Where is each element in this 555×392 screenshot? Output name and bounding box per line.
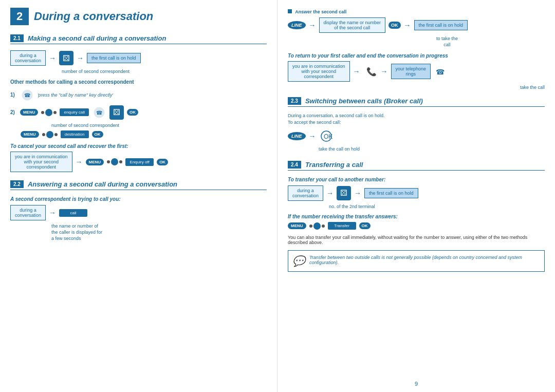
return-label: To return to your first caller and end t… bbox=[288, 53, 545, 59]
call-input: call bbox=[59, 209, 87, 217]
arrow-r3: → bbox=[353, 67, 360, 76]
menu-icon-3: MENU bbox=[86, 159, 104, 165]
title-text: During a conversation bbox=[34, 10, 153, 23]
transfer-num-label: To transfer your call to another number: bbox=[288, 177, 545, 182]
dice-icon-1: ⚄ bbox=[59, 51, 73, 65]
step2-row: 2) MENU enquiry call ☎ ⚄ OK bbox=[10, 105, 267, 120]
flow-box-hold: the first call is on hold bbox=[87, 53, 141, 63]
section-21-num: 2.1 bbox=[10, 34, 24, 42]
section-23-header: 2.3 Switching between calls (Broker call… bbox=[288, 97, 545, 107]
cancel-label: To cancel your second call and recover t… bbox=[10, 143, 267, 149]
take-call-label: to take the call bbox=[349, 36, 545, 48]
svg-text:☎: ☎ bbox=[96, 110, 102, 116]
destination-input: destination bbox=[61, 130, 89, 138]
section-22-title: Answering a second call during a convers… bbox=[28, 180, 177, 188]
flow-21-main: during a conversation → ⚄ → the first ca… bbox=[10, 50, 267, 66]
also-text: You can also transfer your call immediat… bbox=[288, 235, 545, 245]
transfer-box1: during a conversation bbox=[288, 185, 323, 201]
svg-text:☎: ☎ bbox=[24, 92, 30, 98]
take-call2-label: take the call bbox=[288, 85, 545, 91]
nav-icon-1 bbox=[41, 109, 57, 116]
flow-box-conversation: during a conversation bbox=[10, 50, 46, 66]
section-21-header: 2.1 Making a second call during a conver… bbox=[10, 34, 267, 44]
broker-flow: LINE → OK bbox=[288, 129, 545, 143]
cancel-flow: you are in communication with your secon… bbox=[10, 152, 267, 172]
step1-label: 'press the "call by name" key directly' bbox=[38, 92, 113, 98]
section-23: 2.3 Switching between calls (Broker call… bbox=[288, 97, 545, 153]
flow-22: during a conversation → call bbox=[10, 205, 267, 220]
cancel-section: To cancel your second call and recover t… bbox=[10, 143, 267, 172]
phone-icon-b1: OK bbox=[319, 129, 334, 143]
section-22: 2.2 Answering a second call during a con… bbox=[10, 180, 267, 241]
section-24-header: 2.4 Transferring a call bbox=[288, 161, 545, 171]
section-22-num: 2.2 bbox=[10, 180, 24, 188]
step2-row2: MENU destination OK bbox=[21, 130, 267, 138]
step1-row: 1) ☎ 'press the "call by name" key direc… bbox=[10, 88, 267, 102]
transfer-hold-box: the first call is on hold bbox=[364, 188, 418, 198]
svg-text:📞: 📞 bbox=[366, 67, 376, 77]
page-number: 9 bbox=[415, 381, 418, 387]
arrow-t2: → bbox=[354, 189, 361, 197]
title-number: 2 bbox=[10, 8, 29, 25]
arrow-t1: → bbox=[326, 189, 334, 197]
phone-icon-r2: ☎ bbox=[434, 64, 448, 79]
arrow-b1: → bbox=[309, 132, 316, 140]
ok-icon-r1: OK bbox=[388, 22, 401, 29]
phone-icon-1: ☎ bbox=[20, 88, 34, 102]
ok-icon-3: OK bbox=[157, 159, 168, 165]
rings-box: your telephone rings bbox=[391, 64, 431, 79]
note-text: Transfer between two outside calls is no… bbox=[309, 255, 540, 265]
phone-icon-2: ☎ bbox=[92, 105, 106, 120]
phone-icon-r1: 📞 bbox=[363, 64, 378, 79]
note-icon: 💬 bbox=[292, 255, 305, 267]
return-flow: you are in communication with your secon… bbox=[288, 61, 545, 82]
menu-icon-1: MENU bbox=[20, 109, 39, 116]
svg-text:OK: OK bbox=[324, 133, 332, 140]
arrow-1: → bbox=[49, 54, 56, 62]
if-label: If the number receiving the transfer ans… bbox=[288, 214, 545, 219]
left-panel: 2 During a conversation 2.1 Making a sec… bbox=[0, 0, 278, 392]
step2-num: 2) bbox=[10, 109, 15, 115]
hold-box-r1: the first call is on hold bbox=[414, 20, 468, 30]
caller-desc: the name or number of the caller is disp… bbox=[51, 223, 267, 241]
section-22-header: 2.2 Answering a second call during a con… bbox=[10, 180, 267, 190]
page-title-area: 2 During a conversation bbox=[10, 8, 267, 25]
nav-icon-t1 bbox=[309, 222, 325, 230]
comm-box: you are in communication with your secon… bbox=[288, 61, 350, 82]
dice-icon-t1: ⚄ bbox=[337, 186, 351, 200]
return-section: To return to your first caller and end t… bbox=[288, 53, 545, 91]
section-24-title: Transferring a call bbox=[305, 161, 363, 169]
line-icon-1: LINE bbox=[288, 21, 306, 29]
flow-22-box1: during a conversation bbox=[10, 205, 46, 220]
display-box: display the name or number of the second… bbox=[319, 17, 386, 33]
note-box: 💬 Transfer between two outside calls is … bbox=[288, 250, 545, 272]
ok-icon-2: OK bbox=[92, 131, 103, 138]
section-21: 2.1 Making a second call during a conver… bbox=[10, 34, 267, 172]
answer-label: Answer the second call bbox=[288, 9, 545, 14]
section-24: 2.4 Transferring a call To transfer your… bbox=[288, 161, 545, 272]
answer-flow: LINE → display the name or number of the… bbox=[288, 17, 545, 33]
broker-desc2: To accept the second call: bbox=[288, 120, 545, 125]
arrow-r4: → bbox=[381, 67, 388, 76]
other-methods-label: Other methods for calling a second corre… bbox=[10, 79, 267, 85]
dice-icon-2: ⚄ bbox=[109, 105, 124, 120]
nav-icon-3 bbox=[107, 158, 122, 165]
answer-label-text: Answer the second call bbox=[295, 9, 346, 14]
arrow-r1: → bbox=[309, 21, 316, 29]
no-2nd-terminal: no. of the 2nd terminal bbox=[329, 204, 545, 210]
arrow-cancel: → bbox=[76, 158, 83, 166]
broker-desc1: During a conversation, a second call is … bbox=[288, 113, 545, 118]
trying-label: A second correspondent is trying to call… bbox=[10, 196, 267, 202]
menu-icon-2: MENU bbox=[21, 131, 39, 138]
section-23-title: Switching between calls (Broker call) bbox=[305, 97, 423, 105]
enquiry-call-input: enquiry call bbox=[60, 108, 88, 116]
ok-icon-1: OK bbox=[127, 109, 138, 116]
line-icon-2: LINE bbox=[288, 132, 306, 140]
right-panel: Answer the second call LINE → display th… bbox=[278, 0, 555, 392]
step1-num: 1) bbox=[10, 92, 15, 98]
section-21-title: Making a second call during a conversati… bbox=[28, 34, 166, 42]
transfer-flow: during a conversation → ⚄ → the first ca… bbox=[288, 185, 545, 201]
cancel-box1: you are in communication with your secon… bbox=[10, 152, 72, 172]
hold-label-23: take the call on hold bbox=[319, 146, 545, 153]
nav-icon-2 bbox=[42, 131, 58, 138]
